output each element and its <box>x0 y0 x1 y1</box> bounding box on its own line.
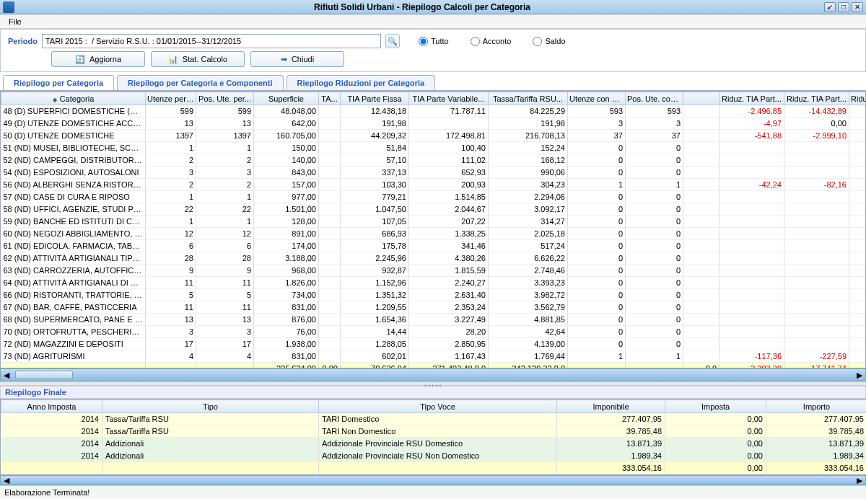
table-row[interactable]: 66 (ND) RISTORANTI, TRATTORIE, OSTE55734… <box>1 289 867 301</box>
col-tassa-tariffa[interactable]: Tassa/Tariffa RSU... <box>489 92 568 105</box>
radio-saldo[interactable]: Saldo <box>533 37 565 46</box>
col-tia-fissa[interactable]: TIA Parte Fissa <box>341 92 409 105</box>
finale-row[interactable]: 2014Tassa/Tariffa RSUTARI Non Domestico3… <box>1 425 867 438</box>
table-row[interactable]: 58 (ND) UFFICI, AGENZIE, STUDI PROFE2222… <box>1 203 867 216</box>
minimize-button[interactable]: ↙ <box>824 2 836 12</box>
radio-acconto[interactable]: Acconto <box>471 37 512 46</box>
table-row[interactable]: 62 (ND) ATTIVITÀ ARTIGIANALI TIPO BO2828… <box>1 252 867 265</box>
col-superficie[interactable]: Superficie <box>254 92 319 105</box>
status-bar: Elaborazione Terminata! <box>0 485 866 499</box>
scroll-right-icon[interactable]: ▶ <box>854 476 865 485</box>
menu-file[interactable]: File <box>4 16 26 27</box>
col-riduz-fissa[interactable]: Riduz. TIA Part... <box>720 92 784 105</box>
aggiorna-button[interactable]: 🔄Aggiorna <box>51 51 145 67</box>
col-ta[interactable]: TA... <box>319 92 341 105</box>
close-window-button[interactable]: ✕ <box>852 2 863 12</box>
totals-row: 225.624,00 0,00 70.636,84 271.492,48 0,0… <box>1 363 867 369</box>
col-utenze-c[interactable]: Utenze per C... <box>146 92 196 105</box>
main-grid: ◆Categoria Utenze per C... Pos. Ute. per… <box>0 91 866 368</box>
finale-row[interactable]: 2014AddizionaliAddizionale Provinciale R… <box>1 438 867 450</box>
filter-panel: Periodo 🔍 Tutto Acconto Saldo 🔄Aggiorna … <box>0 29 866 72</box>
table-row[interactable]: 68 (ND) SUPERMERCATO, PANE E PASTA131387… <box>1 314 867 326</box>
fcol-imponibile[interactable]: Imponibile <box>557 400 665 413</box>
table-row[interactable]: 59 (ND) BANCHE ED ISTITUTI DI CREDIT1112… <box>1 216 867 228</box>
scroll-thumb[interactable] <box>15 371 73 379</box>
table-row[interactable]: 64 (ND) ATTIVITÀ ARTIGIANALI DI PROD1111… <box>1 277 867 289</box>
table-row[interactable]: 51 (ND) MUSEI, BIBLIOTECHE, SCUOLE,11150… <box>1 142 867 154</box>
finale-row[interactable]: 2014AddizionaliAddizionale Provinciale R… <box>1 450 867 462</box>
fcol-tipo[interactable]: Tipo <box>102 400 319 413</box>
fcol-voce[interactable]: Tipo Voce <box>319 400 557 413</box>
col-categoria[interactable]: ◆Categoria <box>1 92 146 105</box>
table-row[interactable]: 49 (D) UTENZE DOMESTICHE ACCESSOR1313642… <box>1 118 867 130</box>
table-row[interactable]: 48 (D) SUPERFICI DOMESTICHE (NON RE59959… <box>1 105 867 118</box>
radio-tutto[interactable]: Tutto <box>419 37 449 46</box>
tabs: Riepilogo per Categoria Riepilogo per Ca… <box>0 72 866 91</box>
fcol-anno[interactable]: Anno Imposta <box>1 400 102 413</box>
tab-riepilogo-categoria[interactable]: Riepilogo per Categoria <box>3 75 114 90</box>
scroll-right-icon[interactable]: ▶ <box>854 371 865 380</box>
maximize-button[interactable]: □ <box>838 2 849 12</box>
title-bar: Rifiuti Solidi Urbani - Riepilogo Calcol… <box>0 0 866 14</box>
tab-riepilogo-componenti[interactable]: Riepilogo per Categoria e Componenti <box>117 75 283 90</box>
table-row[interactable]: 67 (ND) BAR, CAFFÈ, PASTICCERIA1111831,0… <box>1 301 867 314</box>
col-pos-ute-con[interactable]: Pos. Ute. con... <box>626 92 683 105</box>
fcol-imposta[interactable]: Imposta <box>665 400 766 413</box>
sort-icon: ◆ <box>53 97 57 103</box>
fcol-importo[interactable]: Importo <box>766 400 867 413</box>
tab-riepilogo-riduzioni[interactable]: Riepilogo Riduzioni per Categoria <box>287 75 436 90</box>
periodo-input[interactable] <box>42 34 381 48</box>
scroll-left-icon[interactable]: ◀ <box>1 371 12 380</box>
table-row[interactable]: 50 (D) UTENZE DOMESTICHE13971397160.705,… <box>1 130 867 142</box>
col-blank[interactable] <box>683 92 720 105</box>
finale-grid: Anno Imposta Tipo Tipo Voce Imponibile I… <box>0 399 866 475</box>
table-row[interactable]: 54 (ND) ESPOSIZIONI, AUTOSALONI33843,003… <box>1 167 867 179</box>
table-row[interactable]: 56 (ND) ALBERGHI SENZA RISTORANTE22157,0… <box>1 179 867 191</box>
periodo-label: Periodo <box>8 37 38 45</box>
refresh-icon: 🔄 <box>75 55 85 64</box>
table-row[interactable]: 57 (ND) CASE DI CURA E RIPOSO11977,00779… <box>1 191 867 203</box>
menu-bar: File <box>0 14 866 29</box>
col-pos-ute-per[interactable]: Pos. Ute. per... <box>196 92 254 105</box>
col-utenze-ri[interactable]: Utenze con Ri... <box>568 92 626 105</box>
table-row[interactable]: 61 (ND) EDICOLA, FARMACIA, TABACCA66174,… <box>1 240 867 252</box>
chiudi-button[interactable]: ➡Chiudi <box>250 51 344 67</box>
table-row[interactable]: 63 (ND) CARROZZERIA, AUTOFFICINA, E99968… <box>1 265 867 277</box>
table-row[interactable]: 60 (ND) NEGOZI ABBIGLIAMENTO, CALZA12128… <box>1 228 867 240</box>
app-icon <box>3 1 14 13</box>
scroll-left-icon[interactable]: ◀ <box>1 476 12 485</box>
finale-row[interactable]: 2014Tassa/Tariffa RSUTARI Domestico277.4… <box>1 413 867 425</box>
search-periodo-button[interactable]: 🔍 <box>385 34 400 48</box>
stat-calcolo-button[interactable]: 📊Stat. Calcolo <box>151 51 245 67</box>
grid-header-row: ◆Categoria Utenze per C... Pos. Ute. per… <box>1 92 867 105</box>
table-row[interactable]: 72 (ND) MAGAZZINI E DEPOSITI17171.938,00… <box>1 338 867 350</box>
table-row[interactable]: 52 (ND) CAMPEGGI, DISTRIBUTORI CARE22140… <box>1 154 867 167</box>
table-row[interactable]: 73 (ND) AGRITURISMI44831,00602,011.167,4… <box>1 350 867 363</box>
horizontal-scrollbar[interactable]: ◀ ▶ <box>0 368 866 381</box>
finale-total-row: 333.054,16 0,00 333.054,16 <box>1 462 867 474</box>
finale-scrollbar[interactable]: ◀ ▶ <box>0 475 866 485</box>
stats-icon: 📊 <box>168 55 178 64</box>
arrow-right-icon: ➡ <box>281 55 287 64</box>
table-row[interactable]: 70 (ND) ORTOFRUTTA, PESCHERIE, FIOR3376,… <box>1 326 867 338</box>
col-riduz-ta[interactable]: Riduz. Ta <box>849 92 867 105</box>
col-tia-variabile[interactable]: TIA Parte Variabile... <box>409 92 489 105</box>
window-title: Rifiuti Solidi Urbani - Riepilogo Calcol… <box>20 2 824 12</box>
col-riduz-var[interactable]: Riduz. TIA Part... <box>784 92 849 105</box>
